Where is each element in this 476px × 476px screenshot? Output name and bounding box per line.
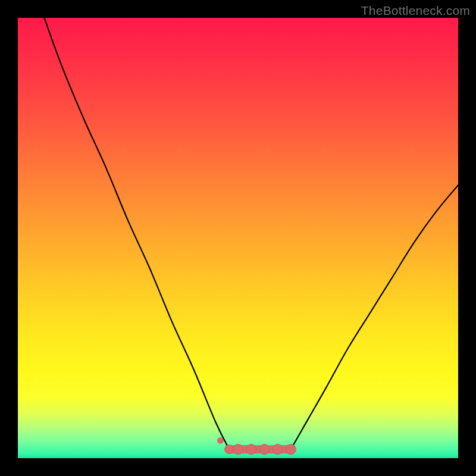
marker-point-outlier [217,437,224,444]
chart-frame: TheBottleneck.com [0,0,476,476]
marker-point [233,444,243,455]
series-right-curve [291,185,458,449]
chart-svg [18,18,458,458]
series-left-curve [44,18,229,449]
marker-point [259,444,270,455]
plot-area [18,18,458,458]
marker-point [286,444,296,455]
marker-point [273,444,283,455]
marker-point [225,445,234,454]
watermark-text: TheBottleneck.com [361,4,470,18]
marker-point [246,444,256,455]
